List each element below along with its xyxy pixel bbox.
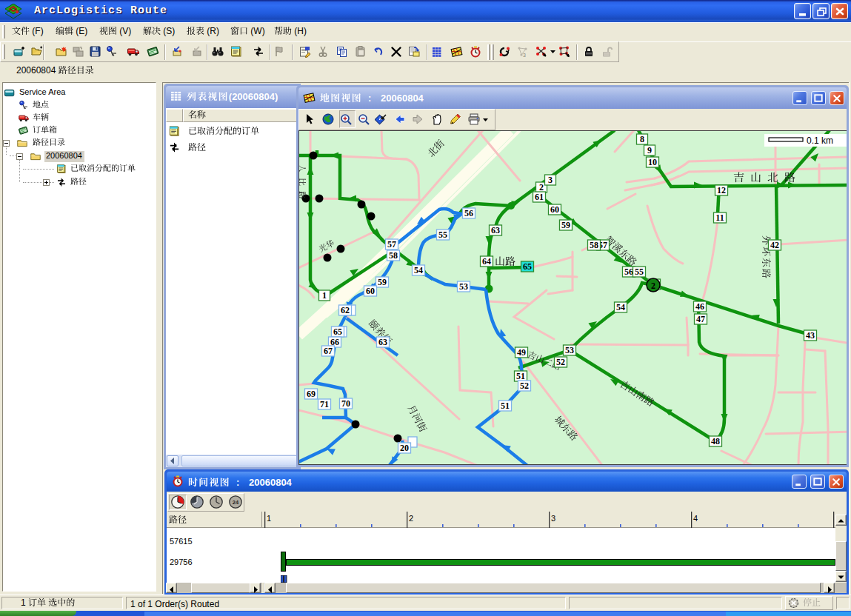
svg-text:12: 12 — [717, 185, 726, 195]
svg-text:(H): (H) — [292, 26, 307, 36]
svg-text:56: 56 — [624, 267, 633, 277]
svg-text:20060804: 20060804 — [249, 477, 293, 488]
svg-text:42: 42 — [770, 240, 779, 250]
svg-text:1: 1 — [267, 514, 271, 523]
svg-text:71: 71 — [320, 399, 329, 409]
svg-text:(V): (V) — [117, 26, 131, 36]
svg-text:2: 2 — [539, 182, 544, 192]
svg-text:53: 53 — [565, 345, 574, 355]
svg-text:43: 43 — [806, 330, 815, 341]
svg-text:48: 48 — [711, 436, 720, 446]
svg-text:2: 2 — [409, 514, 413, 523]
svg-text:3: 3 — [551, 514, 555, 523]
svg-text:20060804: 20060804 — [16, 65, 59, 76]
svg-text:51: 51 — [501, 401, 510, 411]
svg-text:10: 10 — [648, 157, 657, 167]
svg-text:51: 51 — [516, 371, 525, 381]
svg-text:2: 2 — [651, 281, 655, 291]
svg-text:(E): (E) — [73, 26, 87, 36]
svg-text:60: 60 — [550, 204, 559, 215]
svg-text:60: 60 — [366, 286, 375, 296]
svg-text:54: 54 — [414, 265, 423, 275]
svg-text:8: 8 — [640, 134, 644, 144]
svg-text:20060804: 20060804 — [381, 93, 424, 104]
svg-text:49: 49 — [517, 347, 526, 358]
svg-text:54: 54 — [616, 302, 625, 312]
svg-text:65: 65 — [523, 261, 532, 272]
svg-text:65: 65 — [333, 327, 342, 337]
svg-text:57615: 57615 — [170, 537, 193, 546]
svg-text:59: 59 — [378, 277, 387, 287]
svg-text:62: 62 — [341, 305, 350, 315]
svg-text:52: 52 — [520, 381, 529, 391]
svg-text:20: 20 — [400, 443, 409, 453]
svg-text:64: 64 — [482, 256, 491, 267]
svg-text:11: 11 — [715, 212, 724, 223]
svg-text::: : — [236, 477, 239, 488]
svg-text:70: 70 — [341, 398, 350, 409]
svg-text:63: 63 — [378, 337, 387, 347]
svg-text:(W): (W) — [248, 26, 265, 36]
svg-text:52: 52 — [556, 357, 565, 367]
svg-text:9: 9 — [647, 145, 652, 155]
svg-text:55: 55 — [635, 267, 644, 277]
svg-text:20060804: 20060804 — [46, 151, 82, 160]
svg-text:47: 47 — [696, 314, 705, 324]
svg-text:1: 1 — [21, 597, 28, 608]
svg-text:(F): (F) — [30, 26, 44, 36]
svg-text:46: 46 — [695, 301, 704, 312]
svg-text:24: 24 — [233, 499, 239, 506]
svg-text:3: 3 — [548, 175, 553, 185]
svg-text:69: 69 — [307, 389, 316, 399]
svg-text:53: 53 — [459, 281, 468, 292]
svg-text:29756: 29756 — [170, 558, 193, 566]
svg-text:(S): (S) — [161, 26, 175, 36]
svg-text:(R): (R) — [204, 26, 219, 36]
svg-text:57: 57 — [387, 239, 396, 250]
svg-text:0.1 km: 0.1 km — [807, 135, 833, 146]
svg-text:56: 56 — [464, 208, 473, 218]
svg-text:3: 3 — [523, 53, 526, 58]
svg-text:58: 58 — [590, 240, 598, 250]
svg-text:61: 61 — [535, 192, 544, 202]
svg-text:58: 58 — [389, 250, 398, 261]
svg-text:Service Area: Service Area — [19, 87, 66, 96]
svg-text:59: 59 — [561, 220, 570, 230]
svg-text:55: 55 — [438, 230, 447, 240]
svg-text:4: 4 — [693, 514, 698, 523]
svg-text:63: 63 — [491, 225, 500, 235]
svg-text:(20060804): (20060804) — [229, 91, 278, 102]
svg-text::: : — [368, 93, 371, 104]
svg-text:1: 1 — [322, 290, 327, 301]
svg-text:67: 67 — [324, 346, 333, 356]
